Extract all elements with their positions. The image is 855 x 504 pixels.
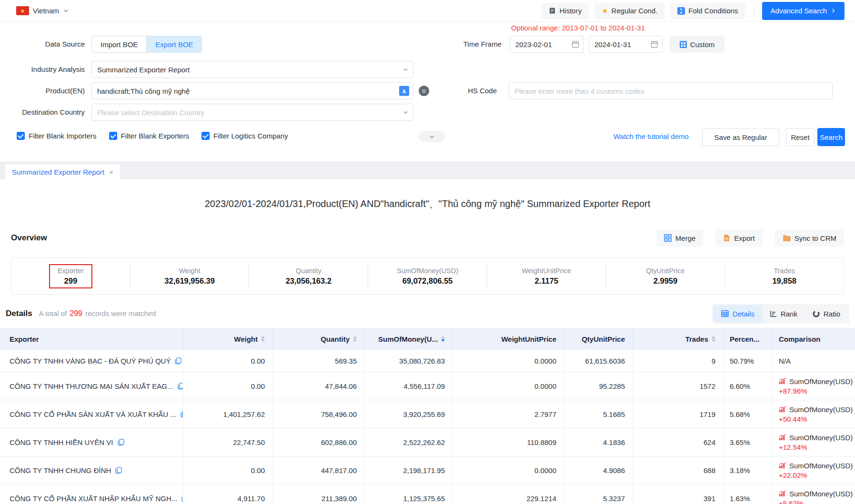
percent-cell: 1.63% (723, 484, 772, 504)
filter-checkbox[interactable]: Filter Logitics Company (201, 132, 288, 140)
trades-cell: 624 (633, 428, 723, 456)
ratio-icon (813, 310, 820, 317)
save-as-regular-button[interactable]: Save as Regular (702, 128, 779, 146)
overview-stat: Trades 19,858 (724, 264, 844, 288)
merge-button[interactable]: Merge (656, 229, 704, 247)
chevron-down-icon (429, 134, 435, 140)
sumofmoney-cell: 2,198,171.95 (364, 456, 453, 484)
sort-icon[interactable] (441, 336, 445, 342)
topbar: Vietnam History ★ Regular Cond. Fold Con… (0, 0, 855, 22)
report-title: 2023/02/01-2024/01/31,Product(EN) AND"ha… (0, 179, 855, 210)
weight-cell: 0.00 (183, 456, 272, 484)
trades-cell: 391 (633, 484, 723, 504)
col-weight[interactable]: Weight (183, 328, 272, 350)
translate-icon[interactable] (399, 86, 409, 96)
reset-button[interactable]: Reset (786, 128, 815, 146)
copy-icon[interactable] (178, 383, 183, 390)
advanced-search-button[interactable]: Advanced Search (762, 2, 845, 20)
quantity-cell: 602,886.00 (272, 428, 364, 456)
hs-code-input[interactable] (509, 82, 833, 99)
calendar-icon[interactable] (651, 40, 658, 48)
tab-summarized-exporter-report[interactable]: Summarized Exporter Report (5, 164, 120, 179)
trades-cell: 9 (633, 350, 723, 372)
custom-range-button[interactable]: Custom (670, 36, 724, 53)
filter-checkbox[interactable]: Filter Blank Exporters (109, 132, 189, 140)
view-ratio-button[interactable]: Ratio (805, 305, 848, 322)
import-boe-button[interactable]: Import BOE (91, 36, 147, 53)
table-row: CÔNG TY TNHH VÀNG BẠC - ĐÁ QUÝ PHÚ QUÝ 0… (0, 350, 855, 372)
comparison-cell: SumOfMoney(USD) +87.96% (772, 372, 855, 400)
col-exporter: Exporter (0, 328, 183, 350)
overview-stat: Exporter 299 (11, 264, 130, 288)
comparison-change: +12.54% (779, 443, 853, 451)
percent-cell: 3.65% (723, 428, 772, 456)
exporter-name: CÔNG TY TNHH HIỀN UYÊN VI (10, 438, 113, 446)
weight-cell: 0.00 (183, 372, 272, 400)
exporter-cell: CÔNG TY TNHH THƯƠNG MẠI SẢN XUẤT EAG... (0, 372, 183, 400)
sumofmoney-cell: 1,125,375.65 (364, 484, 453, 504)
fold-conditions-icon (677, 7, 685, 15)
comparison-metric: SumOfMoney(USD) (789, 490, 853, 498)
checkbox-checked-icon[interactable] (109, 132, 117, 140)
sync-to-crm-button[interactable]: Sync to CRM (775, 229, 844, 247)
weight-cell: 4,911.70 (183, 484, 272, 504)
copy-icon[interactable] (115, 467, 122, 474)
weightunitprice-cell: 2.7977 (453, 400, 564, 428)
product-label: Product(EN) (0, 82, 85, 99)
search-button[interactable]: Search (817, 128, 845, 146)
exporter-name: CÔNG TY CỔ PHẦN SẢN XUẤT VÀ XUẤT KHẨU ..… (10, 410, 176, 418)
fold-conditions-button[interactable]: Fold Conditions (670, 3, 745, 19)
weight-cell: 1,401,257.62 (183, 400, 272, 428)
hs-code-label: HS Code (429, 82, 497, 99)
view-rank-button[interactable]: Rank (762, 305, 805, 322)
copy-icon[interactable] (118, 439, 124, 446)
industry-analysis-select[interactable]: Summarized Exporter Report (91, 61, 413, 78)
weightunitprice-cell: 229.1214 (453, 484, 564, 504)
sort-icon[interactable] (712, 336, 715, 342)
merge-icon (664, 234, 672, 242)
checkbox-checked-icon[interactable] (17, 132, 25, 140)
qtyunitprice-cell: 4.9086 (564, 456, 633, 484)
record-count: 299 (70, 309, 82, 317)
weight-cell: 22,747.50 (183, 428, 272, 456)
calendar-icon[interactable] (572, 40, 579, 48)
checkbox-checked-icon[interactable] (201, 132, 210, 140)
data-source-label: Data Source (0, 36, 85, 53)
country-selector[interactable]: Vietnam (16, 6, 69, 15)
percent-cell: 5.68% (723, 400, 772, 428)
tab-strip: Summarized Exporter Report (0, 161, 855, 179)
tutorial-demo-link[interactable]: Watch the tutorial demo (614, 132, 689, 141)
table-header: Exporter Weight Quantity SumOfMoney(U...… (0, 328, 855, 350)
chevron-down-icon (402, 109, 409, 116)
exporter-name: CÔNG TY TNHH VÀNG BẠC - ĐÁ QUÝ PHÚ QUÝ (10, 357, 171, 365)
comparison-metric: SumOfMoney(USD) (789, 405, 853, 414)
comparison-cell: SumOfMoney(USD) +5.62% (772, 484, 855, 504)
circled-equals-icon[interactable] (419, 86, 429, 96)
product-input[interactable] (91, 82, 413, 99)
view-details-button[interactable]: Details (714, 305, 762, 322)
percent-cell: 50.79% (723, 350, 772, 372)
folder-icon (783, 235, 791, 241)
col-sumofmoney[interactable]: SumOfMoney(U... (364, 328, 453, 350)
comparison-cell: SumOfMoney(USD) +50.44% (772, 400, 855, 428)
close-icon[interactable] (109, 168, 113, 176)
collapse-conditions-button[interactable] (419, 131, 445, 142)
comparison-metric: SumOfMoney(USD) (789, 434, 853, 442)
destination-country-label: Destination Country (0, 104, 85, 121)
exporter-name: CÔNG TY TNHH THƯƠNG MẠI SẢN XUẤT EAG... (10, 382, 173, 390)
weightunitprice-cell: 110.8809 (453, 428, 564, 456)
export-boe-button[interactable]: Export BOE (147, 36, 201, 53)
destination-country-select[interactable]: Please select Destination Country (91, 104, 413, 121)
copy-icon[interactable] (175, 357, 181, 365)
col-quantity[interactable]: Quantity (272, 328, 364, 350)
export-button[interactable]: Export (715, 229, 762, 247)
sort-icon[interactable] (261, 336, 265, 342)
trades-cell: 1719 (633, 400, 723, 428)
sort-icon[interactable] (353, 336, 357, 342)
history-button[interactable]: History (542, 3, 589, 19)
table-row: CÔNG TY TNHH THƯƠNG MẠI SẢN XUẤT EAG... … (0, 372, 855, 400)
regular-cond-button[interactable]: ★ Regular Cond. (594, 3, 664, 19)
filter-checkbox[interactable]: Filter Blank Importers (17, 132, 97, 140)
col-trades[interactable]: Trades (633, 328, 723, 350)
quantity-cell: 47,844.06 (272, 372, 364, 400)
